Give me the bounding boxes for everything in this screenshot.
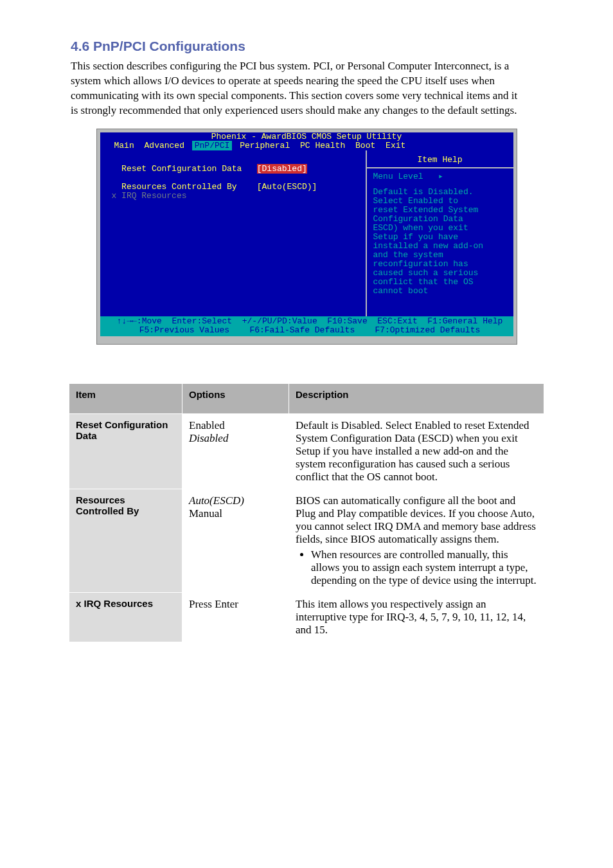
bios-help-text: Default is Disabled. Select Enabled to r… <box>373 188 507 296</box>
th-description: Description <box>289 383 544 413</box>
bios-item-reset-config[interactable]: Reset Configuration Data [Disabled] <box>112 165 360 174</box>
bios-title: Phoenix - AwardBIOS CMOS Setup Utility <box>100 132 513 141</box>
bios-item-resources-controlled[interactable]: Resources Controlled By [Auto(ESCD)] <box>112 183 360 192</box>
row3-desc: This item allows you respectively assign… <box>289 592 544 642</box>
row1-item: Reset Configuration Data <box>69 413 182 489</box>
settings-table: Item Options Description Reset Configura… <box>69 383 544 642</box>
row1-desc: Default is Disabled. Select Enabled to r… <box>289 413 544 489</box>
bios-help-title: Item Help <box>373 156 507 165</box>
section-heading: 4.6 PnP/PCI Configurations <box>71 39 613 54</box>
bios-tab-peripheral[interactable]: Peripheral <box>237 141 292 150</box>
bios-screenshot: Phoenix - AwardBIOS CMOS Setup Utility M… <box>96 129 517 345</box>
row2-desc: BIOS can automatically configure all the… <box>289 489 544 592</box>
bios-tab-pnppci[interactable]: PnP/PCI <box>192 141 233 150</box>
row2-opts: Auto(ESCD) Manual <box>182 489 289 592</box>
bios-help-sep <box>367 167 513 168</box>
bios-footer: ↑↓→←:Move Enter:Select +/-/PU/PD:Value F… <box>99 316 515 338</box>
table-row: Resources Controlled By Auto(ESCD) Manua… <box>69 489 544 592</box>
table-row: x IRQ Resources Press Enter This item al… <box>69 592 544 642</box>
bios-tab-boot[interactable]: Boot <box>353 141 378 150</box>
bios-left-pane: Reset Configuration Data [Disabled] Reso… <box>100 150 367 316</box>
bios-tab-exit[interactable]: Exit <box>383 141 408 150</box>
th-options: Options <box>182 383 289 413</box>
row3-item: x IRQ Resources <box>69 592 182 642</box>
bios-right-pane: Item Help Menu Level ▸ Default is Disabl… <box>367 150 513 316</box>
bios-item-irq-resources: x IRQ Resources <box>112 191 187 201</box>
row2-item: Resources Controlled By <box>69 489 182 592</box>
row3-opts: Press Enter <box>182 592 289 642</box>
th-item: Item <box>69 383 182 413</box>
bios-menu-level: Menu Level ▸ <box>373 172 507 181</box>
table-row: Reset Configuration Data Enabled Disable… <box>69 413 544 489</box>
bios-tab-bar: Main Advanced PnP/PCI Peripheral PC Heal… <box>100 141 513 150</box>
bios-tab-pchealth[interactable]: PC Health <box>298 141 348 150</box>
bios-tab-advanced[interactable]: Advanced <box>142 141 187 150</box>
intro-paragraph: This section describes configuring the P… <box>71 59 523 118</box>
bios-tab-main[interactable]: Main <box>112 141 137 150</box>
row1-opts: Enabled Disabled <box>182 413 289 489</box>
